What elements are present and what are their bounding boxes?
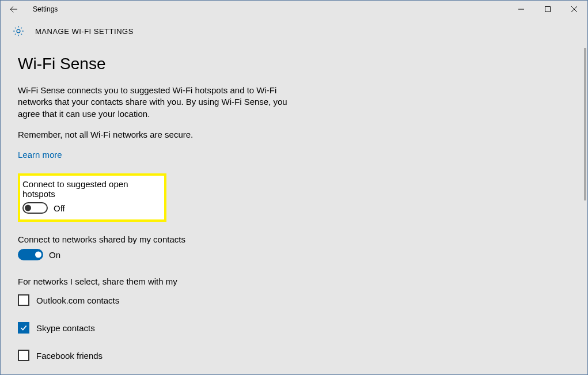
secure-note: Remember, not all Wi-Fi networks are sec…: [18, 129, 289, 141]
open-hotspots-row: Off: [22, 202, 156, 214]
maximize-icon: [544, 6, 551, 13]
content-wrap: Wi-Fi Sense Wi-Fi Sense connects you to …: [1, 44, 587, 374]
page-title: Wi-Fi Sense: [18, 55, 562, 73]
check-icon: [20, 324, 28, 332]
toggle-knob: [25, 205, 31, 211]
maximize-button[interactable]: [534, 1, 561, 18]
share-heading: For networks I select, share them with m…: [18, 276, 562, 286]
titlebar: Settings: [1, 1, 587, 18]
shared-contacts-label: Connect to networks shared by my contact…: [18, 234, 562, 244]
skype-row: Skype contacts: [18, 322, 562, 334]
shared-contacts-toggle[interactable]: [18, 249, 43, 260]
highlighted-setting: Connect to suggested open hotspots Off: [18, 173, 166, 222]
open-hotspots-state: Off: [54, 203, 65, 213]
facebook-label: Facebook friends: [36, 351, 103, 361]
header-label: MANAGE WI-FI SETTINGS: [35, 27, 134, 36]
shared-contacts-state: On: [49, 250, 60, 260]
facebook-row: Facebook friends: [18, 350, 562, 361]
shared-contacts-block: Connect to networks shared by my contact…: [18, 234, 562, 260]
page-header: MANAGE WI-FI SETTINGS: [1, 18, 587, 44]
learn-more-link[interactable]: Learn more: [18, 150, 562, 160]
minimize-icon: [518, 6, 525, 13]
arrow-left-icon: [9, 4, 19, 14]
outlook-label: Outlook.com contacts: [36, 296, 119, 305]
close-button[interactable]: [561, 1, 587, 18]
skype-label: Skype contacts: [36, 323, 95, 333]
outlook-row: Outlook.com contacts: [18, 294, 562, 306]
svg-point-5: [17, 29, 20, 33]
scrollbar[interactable]: [579, 48, 587, 374]
settings-window: Settings MANAGE WI-FI SETTINGS: [0, 0, 588, 375]
content: Wi-Fi Sense Wi-Fi Sense connects you to …: [1, 44, 579, 374]
skype-checkbox[interactable]: [18, 322, 29, 334]
minimize-button[interactable]: [508, 1, 534, 18]
intro-text: Wi-Fi Sense connects you to suggested Wi…: [18, 85, 289, 120]
close-icon: [571, 6, 578, 13]
window-title: Settings: [27, 5, 58, 13]
shared-contacts-row: On: [18, 249, 562, 260]
toggle-knob: [35, 252, 41, 258]
back-button[interactable]: [1, 1, 27, 18]
facebook-checkbox[interactable]: [18, 350, 29, 361]
gear-icon: [12, 25, 25, 37]
open-hotspots-toggle[interactable]: [22, 202, 48, 214]
scrollbar-thumb[interactable]: [584, 48, 586, 200]
outlook-checkbox[interactable]: [18, 294, 29, 306]
open-hotspots-label: Connect to suggested open hotspots: [22, 179, 156, 199]
svg-rect-2: [545, 7, 551, 12]
